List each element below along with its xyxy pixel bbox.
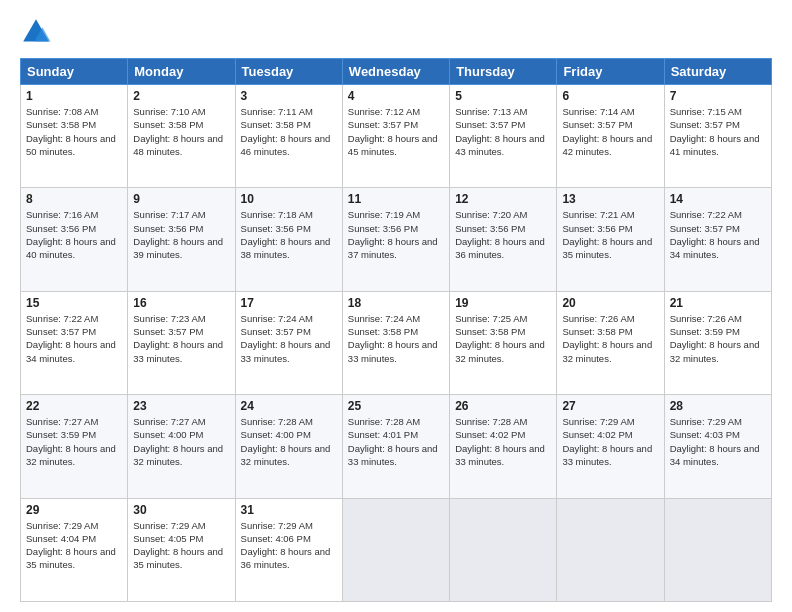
day-info: Sunrise: 7:15 AMSunset: 3:57 PMDaylight:… [670,105,766,158]
calendar-table: SundayMondayTuesdayWednesdayThursdayFrid… [20,58,772,602]
day-number: 16 [133,296,229,310]
day-info: Sunrise: 7:26 AMSunset: 3:58 PMDaylight:… [562,312,658,365]
day-info: Sunrise: 7:23 AMSunset: 3:57 PMDaylight:… [133,312,229,365]
calendar-cell: 9Sunrise: 7:17 AMSunset: 3:56 PMDaylight… [128,188,235,291]
calendar-cell: 26Sunrise: 7:28 AMSunset: 4:02 PMDayligh… [450,395,557,498]
calendar-cell: 22Sunrise: 7:27 AMSunset: 3:59 PMDayligh… [21,395,128,498]
day-info: Sunrise: 7:25 AMSunset: 3:58 PMDaylight:… [455,312,551,365]
calendar-cell: 10Sunrise: 7:18 AMSunset: 3:56 PMDayligh… [235,188,342,291]
calendar-cell: 3Sunrise: 7:11 AMSunset: 3:58 PMDaylight… [235,85,342,188]
day-number: 12 [455,192,551,206]
calendar-cell: 27Sunrise: 7:29 AMSunset: 4:02 PMDayligh… [557,395,664,498]
calendar-cell: 29Sunrise: 7:29 AMSunset: 4:04 PMDayligh… [21,498,128,601]
day-info: Sunrise: 7:27 AMSunset: 4:00 PMDaylight:… [133,415,229,468]
day-info: Sunrise: 7:28 AMSunset: 4:00 PMDaylight:… [241,415,337,468]
day-number: 15 [26,296,122,310]
day-number: 23 [133,399,229,413]
day-number: 3 [241,89,337,103]
day-number: 9 [133,192,229,206]
calendar-cell [664,498,771,601]
day-number: 7 [670,89,766,103]
day-info: Sunrise: 7:19 AMSunset: 3:56 PMDaylight:… [348,208,444,261]
calendar-cell: 5Sunrise: 7:13 AMSunset: 3:57 PMDaylight… [450,85,557,188]
day-number: 24 [241,399,337,413]
day-info: Sunrise: 7:24 AMSunset: 3:58 PMDaylight:… [348,312,444,365]
day-info: Sunrise: 7:20 AMSunset: 3:56 PMDaylight:… [455,208,551,261]
day-number: 21 [670,296,766,310]
day-info: Sunrise: 7:08 AMSunset: 3:58 PMDaylight:… [26,105,122,158]
calendar-cell: 13Sunrise: 7:21 AMSunset: 3:56 PMDayligh… [557,188,664,291]
day-number: 27 [562,399,658,413]
day-info: Sunrise: 7:10 AMSunset: 3:58 PMDaylight:… [133,105,229,158]
calendar-header-saturday: Saturday [664,59,771,85]
calendar-cell [342,498,449,601]
header [20,16,772,48]
calendar-cell: 18Sunrise: 7:24 AMSunset: 3:58 PMDayligh… [342,291,449,394]
day-info: Sunrise: 7:28 AMSunset: 4:01 PMDaylight:… [348,415,444,468]
day-number: 14 [670,192,766,206]
calendar-cell: 7Sunrise: 7:15 AMSunset: 3:57 PMDaylight… [664,85,771,188]
calendar-cell: 19Sunrise: 7:25 AMSunset: 3:58 PMDayligh… [450,291,557,394]
calendar-cell: 24Sunrise: 7:28 AMSunset: 4:00 PMDayligh… [235,395,342,498]
calendar-week-row: 8Sunrise: 7:16 AMSunset: 3:56 PMDaylight… [21,188,772,291]
day-number: 1 [26,89,122,103]
page: SundayMondayTuesdayWednesdayThursdayFrid… [0,0,792,612]
calendar-cell: 16Sunrise: 7:23 AMSunset: 3:57 PMDayligh… [128,291,235,394]
calendar-week-row: 1Sunrise: 7:08 AMSunset: 3:58 PMDaylight… [21,85,772,188]
day-number: 6 [562,89,658,103]
calendar-cell: 15Sunrise: 7:22 AMSunset: 3:57 PMDayligh… [21,291,128,394]
calendar-cell: 8Sunrise: 7:16 AMSunset: 3:56 PMDaylight… [21,188,128,291]
calendar-cell: 2Sunrise: 7:10 AMSunset: 3:58 PMDaylight… [128,85,235,188]
calendar-header-friday: Friday [557,59,664,85]
day-number: 13 [562,192,658,206]
calendar-cell: 4Sunrise: 7:12 AMSunset: 3:57 PMDaylight… [342,85,449,188]
day-number: 29 [26,503,122,517]
day-info: Sunrise: 7:14 AMSunset: 3:57 PMDaylight:… [562,105,658,158]
calendar-header-thursday: Thursday [450,59,557,85]
calendar-cell: 28Sunrise: 7:29 AMSunset: 4:03 PMDayligh… [664,395,771,498]
day-number: 5 [455,89,551,103]
calendar-cell: 30Sunrise: 7:29 AMSunset: 4:05 PMDayligh… [128,498,235,601]
day-number: 25 [348,399,444,413]
calendar-cell [450,498,557,601]
calendar-cell: 17Sunrise: 7:24 AMSunset: 3:57 PMDayligh… [235,291,342,394]
day-number: 18 [348,296,444,310]
day-info: Sunrise: 7:22 AMSunset: 3:57 PMDaylight:… [26,312,122,365]
calendar-cell: 23Sunrise: 7:27 AMSunset: 4:00 PMDayligh… [128,395,235,498]
day-info: Sunrise: 7:27 AMSunset: 3:59 PMDaylight:… [26,415,122,468]
calendar-cell: 20Sunrise: 7:26 AMSunset: 3:58 PMDayligh… [557,291,664,394]
logo [20,16,56,48]
calendar-cell: 25Sunrise: 7:28 AMSunset: 4:01 PMDayligh… [342,395,449,498]
day-info: Sunrise: 7:29 AMSunset: 4:04 PMDaylight:… [26,519,122,572]
day-number: 17 [241,296,337,310]
day-info: Sunrise: 7:29 AMSunset: 4:02 PMDaylight:… [562,415,658,468]
calendar-cell: 11Sunrise: 7:19 AMSunset: 3:56 PMDayligh… [342,188,449,291]
day-number: 10 [241,192,337,206]
day-info: Sunrise: 7:11 AMSunset: 3:58 PMDaylight:… [241,105,337,158]
calendar-header-row: SundayMondayTuesdayWednesdayThursdayFrid… [21,59,772,85]
day-number: 28 [670,399,766,413]
day-info: Sunrise: 7:16 AMSunset: 3:56 PMDaylight:… [26,208,122,261]
day-info: Sunrise: 7:17 AMSunset: 3:56 PMDaylight:… [133,208,229,261]
calendar-cell: 12Sunrise: 7:20 AMSunset: 3:56 PMDayligh… [450,188,557,291]
day-info: Sunrise: 7:22 AMSunset: 3:57 PMDaylight:… [670,208,766,261]
calendar-week-row: 15Sunrise: 7:22 AMSunset: 3:57 PMDayligh… [21,291,772,394]
day-number: 19 [455,296,551,310]
logo-icon [20,16,52,48]
day-info: Sunrise: 7:24 AMSunset: 3:57 PMDaylight:… [241,312,337,365]
day-info: Sunrise: 7:13 AMSunset: 3:57 PMDaylight:… [455,105,551,158]
day-info: Sunrise: 7:26 AMSunset: 3:59 PMDaylight:… [670,312,766,365]
day-info: Sunrise: 7:28 AMSunset: 4:02 PMDaylight:… [455,415,551,468]
calendar-week-row: 29Sunrise: 7:29 AMSunset: 4:04 PMDayligh… [21,498,772,601]
day-number: 26 [455,399,551,413]
calendar-header-wednesday: Wednesday [342,59,449,85]
calendar-cell: 21Sunrise: 7:26 AMSunset: 3:59 PMDayligh… [664,291,771,394]
calendar-cell: 6Sunrise: 7:14 AMSunset: 3:57 PMDaylight… [557,85,664,188]
calendar-cell: 1Sunrise: 7:08 AMSunset: 3:58 PMDaylight… [21,85,128,188]
day-info: Sunrise: 7:29 AMSunset: 4:06 PMDaylight:… [241,519,337,572]
day-number: 20 [562,296,658,310]
calendar-cell [557,498,664,601]
day-info: Sunrise: 7:29 AMSunset: 4:05 PMDaylight:… [133,519,229,572]
day-info: Sunrise: 7:29 AMSunset: 4:03 PMDaylight:… [670,415,766,468]
calendar-cell: 14Sunrise: 7:22 AMSunset: 3:57 PMDayligh… [664,188,771,291]
